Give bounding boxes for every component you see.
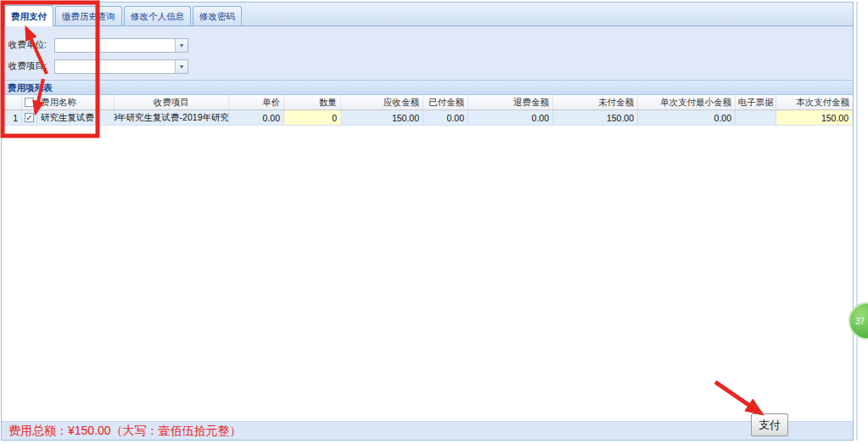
select-all-checkbox[interactable] [25,98,34,107]
col-paid[interactable]: 已付金额 [423,95,468,110]
row-checkbox-cell: ✓ [22,110,37,125]
col-e-invoice[interactable]: 电子票据 [736,95,776,110]
page: 费用支付 缴费历史查询 修改个人信息 修改密码 收费单位: ▼ 收费项目: ▼ [0,0,868,444]
footer-bar: 费用总额：¥150.00（大写：壹佰伍拾元整） [2,421,853,440]
col-min-single-payment[interactable]: 单次支付最小金额 [638,95,736,110]
cell-current-payment[interactable]: 150.00 [776,110,853,125]
cell-unit-price: 0.00 [229,110,284,125]
charge-item-combobox[interactable]: ▼ [54,59,188,74]
cell-min-single-payment: 0.00 [638,110,736,125]
cell-unpaid: 150.00 [553,110,638,125]
cell-quantity[interactable]: 0 [284,110,341,125]
row-number: 1 [2,110,22,125]
fee-total-text: 费用总额：¥150.00（大写：壹佰伍拾元整） [8,424,242,439]
cell-refund: 0.00 [468,110,553,125]
table-row[interactable]: 1 ✓ 研究生复试费 2019年研究生复试费-2019年研究生... 0.00 … [2,110,853,126]
tab-change-password[interactable]: 修改密码 [193,6,242,25]
pay-button[interactable]: 支付 [751,413,788,436]
col-current-payment[interactable]: 本次支付金额 [776,95,853,110]
tab-fee-payment[interactable]: 费用支付 [4,5,53,26]
right-border-strip [856,2,858,441]
select-all-checkbox-cell [22,95,37,110]
chevron-down-icon[interactable]: ▼ [175,39,188,52]
cell-item: 2019年研究生复试费-2019年研究生... [115,110,229,125]
cell-e-invoice [736,110,776,125]
tab-payment-history[interactable]: 缴费历史查询 [55,6,122,25]
charge-item-label: 收费项目: [8,60,47,72]
tab-edit-personal-info[interactable]: 修改个人信息 [124,6,191,25]
col-unit-price[interactable]: 单价 [229,95,284,110]
row-checkbox-checked[interactable]: ✓ [25,113,34,122]
app-window: 费用支付 缴费历史查询 修改个人信息 修改密码 收费单位: ▼ 收费项目: ▼ [1,2,854,441]
cell-fee-name: 研究生复试费 [37,110,115,125]
col-quantity[interactable]: 数量 [284,95,341,110]
col-fee-name[interactable]: 费用名称 [37,95,115,110]
row-number-header [2,95,22,110]
badge-number: 37 [855,317,865,326]
charge-item-input[interactable] [55,60,175,73]
col-unpaid[interactable]: 未付金额 [553,95,638,110]
fee-query-form: 收费单位: ▼ 收费项目: ▼ [2,26,853,80]
cell-receivable: 150.00 [341,110,423,125]
col-receivable[interactable]: 应收金额 [341,95,423,110]
grid-header-row: 费用名称 收费项目 单价 数量 应收金额 已付金额 退费金额 未付金额 单次支付… [2,95,853,110]
col-item[interactable]: 收费项目 [115,95,229,110]
charge-unit-combobox[interactable]: ▼ [54,38,188,53]
chevron-down-icon[interactable]: ▼ [175,60,188,73]
charge-unit-input[interactable] [55,39,175,52]
fee-list-title: 费用项列表 [2,80,853,95]
col-refund[interactable]: 退费金额 [468,95,553,110]
charge-unit-label: 收费单位: [8,39,47,51]
tab-bar: 费用支付 缴费历史查询 修改个人信息 修改密码 [2,3,853,26]
cell-paid: 0.00 [423,110,468,125]
